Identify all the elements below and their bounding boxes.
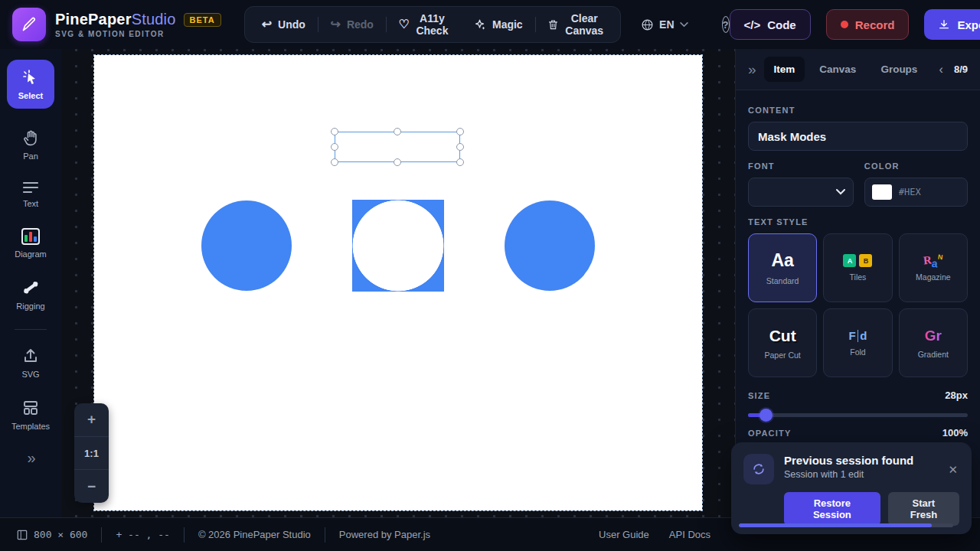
tool-sidebar: Select Pan Text Diagram Rigging — [0, 49, 61, 517]
content-input[interactable] — [748, 122, 968, 151]
font-label: FONT — [748, 161, 854, 171]
upload-icon — [21, 347, 40, 365]
tab-canvas[interactable]: Canvas — [809, 57, 866, 82]
zoom-in-button[interactable]: + — [74, 403, 109, 437]
panel-collapse-button[interactable]: » — [748, 61, 755, 78]
divider — [325, 527, 325, 543]
pager-prev-button[interactable]: ‹ — [933, 63, 949, 77]
selection-handle[interactable] — [456, 143, 464, 151]
style-card-fold[interactable]: Fd Fold — [823, 308, 892, 377]
opacity-value: 100% — [942, 427, 968, 439]
selection-handle[interactable] — [394, 128, 401, 135]
trash-icon — [547, 18, 559, 31]
user-guide-link[interactable]: User Guide — [599, 529, 649, 540]
restore-session-button[interactable]: Restore Session — [784, 492, 880, 526]
templates-layout-icon — [21, 399, 40, 417]
canvas-page[interactable] — [94, 55, 702, 510]
api-docs-link[interactable]: API Docs — [669, 529, 710, 540]
language-label: EN — [659, 18, 674, 31]
sidebar-item-text[interactable]: Text — [21, 181, 40, 208]
selection-handle[interactable] — [331, 128, 338, 135]
style-card-standard[interactable]: Aa Standard — [748, 233, 817, 302]
toolbar: ↩ Undo ↪ Redo ♡ A11y Check Magic Clear C… — [244, 6, 621, 43]
style-preview: R a N — [923, 254, 942, 267]
panel-header: » Item Canvas Groups ‹ 8/9 — [736, 49, 980, 90]
zoom-out-button[interactable]: − — [74, 470, 109, 503]
style-preview: Fd — [849, 329, 867, 342]
pager-count: 8/9 — [954, 64, 968, 75]
redo-icon: ↪ — [331, 18, 341, 31]
style-card-magazine[interactable]: R a N Magazine — [899, 233, 968, 302]
size-slider[interactable] — [748, 409, 968, 421]
code-button[interactable]: </> Code — [730, 9, 811, 40]
selection-handle[interactable] — [456, 128, 464, 135]
record-button[interactable]: Record — [826, 9, 910, 40]
color-label: COLOR — [864, 161, 968, 171]
zoom-reset-button[interactable]: 1:1 — [74, 437, 109, 471]
style-card-gradient[interactable]: Gr Gradient — [899, 308, 968, 377]
hex-input[interactable] — [899, 187, 952, 197]
sync-icon — [751, 461, 766, 477]
divider — [101, 527, 102, 543]
circle-shape-right[interactable] — [505, 201, 595, 291]
size-slider-thumb[interactable] — [760, 409, 773, 422]
selection-handle[interactable] — [331, 143, 338, 151]
color-swatch[interactable] — [872, 184, 892, 200]
sidebar-item-pan[interactable]: Pan — [21, 129, 40, 161]
circle-shape-left[interactable] — [201, 201, 292, 291]
top-bar: PinePaperStudio BETA SVG & MOTION EDITOR… — [0, 0, 980, 49]
app-logo — [12, 8, 46, 41]
record-dot-icon — [841, 21, 848, 28]
sidebar-item-svg[interactable]: SVG — [21, 347, 40, 379]
redo-button[interactable]: ↪ Redo — [318, 7, 386, 42]
a11y-check-button[interactable]: ♡ A11y Check — [387, 7, 461, 42]
start-fresh-button[interactable]: Start Fresh — [888, 492, 959, 526]
bone-icon — [21, 279, 40, 297]
canvas-workspace[interactable]: + 1:1 − — [61, 49, 735, 517]
undo-button[interactable]: ↩ Undo — [250, 7, 318, 42]
restore-session-icon-tile — [743, 454, 774, 484]
app-subtitle: SVG & MOTION EDITOR — [55, 30, 221, 38]
selection-handle[interactable] — [394, 158, 401, 166]
clear-canvas-button[interactable]: Clear Canvas — [535, 7, 616, 42]
powered-by-text: Powered by Paper.js — [339, 529, 430, 540]
sidebar-item-rigging[interactable]: Rigging — [16, 279, 44, 311]
selection-box[interactable] — [335, 132, 460, 162]
sidebar-item-select[interactable]: Select — [7, 60, 54, 109]
brand: PinePaperStudio BETA SVG & MOTION EDITOR — [12, 8, 221, 41]
style-card-tiles[interactable]: A B Tiles — [823, 233, 892, 302]
tab-item[interactable]: Item — [764, 57, 805, 82]
selection-handle[interactable] — [331, 158, 338, 166]
sidebar-expand-button[interactable]: » — [27, 449, 34, 467]
sidebar-item-templates[interactable]: Templates — [11, 399, 50, 431]
globe-icon — [641, 18, 654, 31]
text-style-label: TEXT STYLE — [748, 217, 968, 227]
zoom-controls: + 1:1 − — [74, 403, 109, 503]
selection-handle[interactable] — [456, 158, 464, 166]
cursor-coordinates: + -- , -- — [116, 529, 169, 540]
session-toast: Previous session found Session with 1 ed… — [731, 442, 972, 534]
copyright-text: © 2026 PinePaper Studio — [198, 529, 311, 540]
size-value: 28px — [945, 390, 968, 401]
toast-close-button[interactable]: ✕ — [946, 454, 959, 484]
style-card-paper-cut[interactable]: Cut Paper Cut — [748, 308, 817, 377]
color-field — [864, 178, 968, 207]
help-button[interactable]: ? — [722, 16, 730, 33]
text-style-grid: Aa Standard A B Tiles R a N Ma — [748, 233, 968, 377]
tab-groups[interactable]: Groups — [871, 57, 927, 82]
font-select[interactable] — [748, 178, 854, 207]
toast-progress-bar — [739, 523, 953, 527]
magic-button[interactable]: Magic — [461, 7, 535, 42]
masked-square-shape[interactable] — [352, 200, 444, 292]
content-label: CONTENT — [748, 106, 968, 115]
language-selector[interactable]: EN — [641, 18, 688, 31]
size-label: SIZE — [748, 391, 770, 400]
style-preview: Cut — [769, 327, 796, 345]
chevron-down-icon — [680, 22, 688, 28]
beta-badge: BETA — [184, 13, 221, 27]
app-title: PinePaperStudio — [55, 11, 176, 28]
sidebar-item-diagram[interactable]: Diagram — [15, 228, 47, 259]
toast-progress-fill — [739, 523, 932, 527]
hand-icon — [21, 129, 40, 147]
export-button[interactable]: Export — [924, 9, 980, 40]
